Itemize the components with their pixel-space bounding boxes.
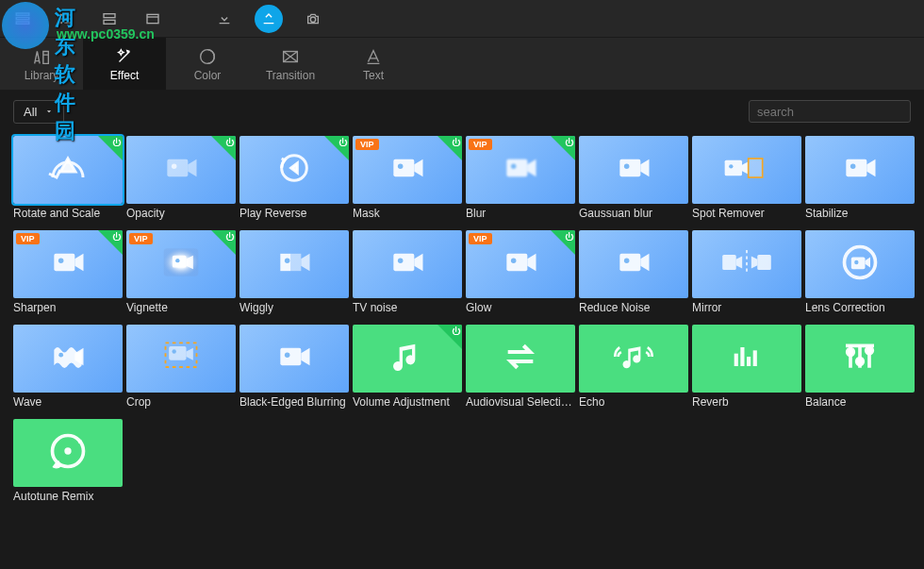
effect-label: Glow: [466, 301, 575, 314]
effect-card[interactable]: Wave: [13, 325, 123, 415]
window-icon[interactable]: [140, 6, 166, 32]
effect-card[interactable]: TV noise: [353, 230, 462, 321]
svg-rect-6: [64, 18, 72, 19]
color-icon: [197, 46, 218, 67]
effect-thumbnail: [579, 325, 688, 393]
tab-label: Transition: [266, 69, 315, 82]
svg-rect-40: [393, 254, 414, 271]
effect-card[interactable]: ⏻VIPMask: [353, 136, 462, 226]
format-align-icon[interactable]: [9, 6, 36, 32]
effect-card[interactable]: Black-Edged Blurring: [239, 325, 349, 415]
effect-card[interactable]: Spot Remover: [692, 136, 801, 226]
effect-card[interactable]: ⏻Play Reverse: [239, 136, 349, 226]
svg-rect-8: [64, 22, 72, 23]
tab-transition[interactable]: Transition: [249, 38, 332, 90]
svg-rect-32: [54, 254, 74, 271]
effect-card[interactable]: ⏻Opacity: [126, 136, 236, 226]
effect-card[interactable]: Balance: [805, 325, 915, 415]
effect-card[interactable]: ⏻VIPVignette: [126, 230, 236, 321]
camera-icon[interactable]: [300, 6, 326, 32]
tab-bar: Library Effect Color Transition Text: [0, 38, 924, 91]
effect-card[interactable]: ⏻VIPSharpen: [13, 230, 123, 321]
tab-color[interactable]: Color: [166, 38, 249, 90]
panel-icon[interactable]: [96, 6, 123, 32]
download-icon[interactable]: [211, 6, 238, 32]
svg-point-41: [398, 258, 404, 263]
svg-point-31: [850, 163, 856, 169]
svg-point-36: [175, 259, 179, 262]
effect-card[interactable]: Lens Correction: [805, 230, 915, 321]
svg-rect-38: [290, 254, 301, 271]
list-icon[interactable]: [53, 6, 79, 32]
svg-point-39: [285, 258, 290, 263]
vip-badge: VIP: [129, 233, 153, 244]
effect-thumbnail: ⏻: [126, 136, 236, 204]
effect-label: Reduce Noise: [579, 301, 688, 314]
svg-rect-60: [747, 357, 751, 366]
effect-label: Black-Edged Blurring: [239, 395, 349, 409]
svg-point-3: [59, 13, 62, 16]
power-badge: ⏻: [545, 136, 575, 166]
effect-card[interactable]: Mirror: [692, 230, 801, 321]
svg-point-7: [59, 21, 62, 24]
svg-rect-59: [740, 347, 744, 366]
effect-card[interactable]: ⏻VIPGlow: [466, 230, 575, 321]
effect-card[interactable]: ⏻Volume Adjustment: [353, 325, 462, 415]
effect-card[interactable]: Crop: [126, 325, 236, 415]
svg-rect-61: [753, 350, 757, 366]
effect-thumbnail: ⏻VIP: [466, 136, 575, 204]
effect-card[interactable]: Reverb: [692, 325, 801, 415]
search-input[interactable]: [757, 105, 916, 119]
svg-rect-27: [725, 160, 742, 176]
tab-library[interactable]: Library: [0, 38, 83, 90]
svg-rect-0: [16, 13, 29, 15]
spot-icon: [723, 149, 770, 191]
effect-thumbnail: [239, 230, 349, 298]
svg-point-54: [172, 349, 175, 353]
camera-icon: [839, 147, 881, 192]
tab-effect[interactable]: Effect: [83, 38, 166, 90]
effect-thumbnail: [805, 325, 915, 393]
effect-card[interactable]: Stabilize: [805, 136, 915, 226]
svg-point-57: [285, 352, 290, 358]
power-badge: ⏻: [432, 325, 462, 355]
effect-card[interactable]: ⏻VIPBlur: [466, 136, 575, 226]
svg-rect-2: [16, 22, 29, 24]
svg-point-70: [64, 447, 71, 454]
tab-text[interactable]: Text: [332, 38, 415, 90]
effect-thumbnail: [466, 325, 575, 393]
svg-rect-11: [147, 14, 158, 23]
effect-card[interactable]: Wiggly: [239, 230, 349, 321]
effect-label: Mask: [353, 207, 462, 220]
effect-card[interactable]: Autotune Remix: [13, 419, 123, 510]
svg-rect-29: [749, 159, 763, 177]
tab-label: Effect: [110, 69, 139, 82]
lens-icon: [839, 242, 881, 287]
crop-icon: [160, 336, 202, 381]
filter-dropdown[interactable]: All: [13, 100, 64, 124]
effect-card[interactable]: ⏻Rotate and Scale: [13, 136, 123, 226]
effect-card[interactable]: Audiovisual Selective Zoomer: [466, 325, 575, 415]
svg-rect-58: [734, 354, 738, 366]
effect-card[interactable]: Reduce Noise: [579, 230, 688, 321]
power-badge: ⏻: [206, 136, 236, 166]
upload-icon[interactable]: [255, 5, 283, 33]
effect-card[interactable]: Echo: [579, 325, 688, 415]
effect-label: Volume Adjustment: [353, 395, 462, 409]
effect-icon: [114, 46, 135, 67]
effect-label: Opacity: [126, 207, 236, 220]
effect-label: Crop: [126, 395, 236, 409]
effect-card[interactable]: Gaussuan blur: [579, 136, 688, 226]
effect-thumbnail: ⏻VIP: [353, 136, 462, 204]
svg-point-19: [172, 163, 177, 169]
effect-label: Blur: [466, 207, 575, 220]
effect-label: Audiovisual Selective Zoomer: [466, 395, 575, 409]
reverse-icon: [275, 149, 313, 191]
effect-thumbnail: [239, 325, 349, 393]
effect-thumbnail: [692, 325, 801, 393]
rotate-icon: [45, 145, 91, 194]
effect-label: Autotune Remix: [13, 490, 123, 503]
effect-thumbnail: [805, 136, 915, 204]
splitcam-icon: [273, 242, 315, 287]
search-box[interactable]: [749, 100, 911, 123]
